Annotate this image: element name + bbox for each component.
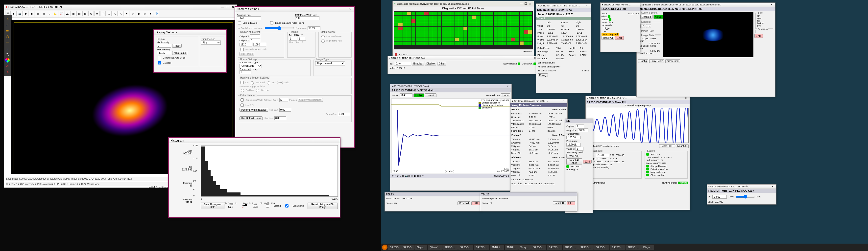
info-icon[interactable]: ⓘ [154, 11, 159, 16]
grid4-icon[interactable]: ▧ [76, 11, 82, 16]
taskbar-item[interactable]: SR23C- [388, 245, 401, 250]
tool-a-icon[interactable]: 📐 [53, 11, 58, 16]
rect-icon[interactable]: ▭ [5, 28, 10, 33]
nco2x-enable-button[interactable]: Enabled [412, 62, 424, 66]
cam-exit-button[interactable]: EXIT [754, 34, 763, 38]
gridlines-checkbox[interactable] [266, 204, 269, 208]
pseudocolor-select[interactable]: Fire [201, 40, 221, 45]
taskbar-item[interactable]: SR23C-… [547, 245, 562, 250]
opt-hfr-radio[interactable] [321, 39, 324, 43]
nco2y-scalar-input[interactable] [400, 94, 412, 97]
taskbar-item[interactable]: SR23C- [401, 245, 414, 250]
cam-config-button[interactable]: Config [638, 59, 648, 63]
taskbar-item[interactable]: Diagn… [414, 245, 427, 250]
close-icon[interactable]: ✕ [585, 4, 589, 7]
taskbar-item[interactable]: TMBF t… [490, 245, 504, 250]
contrast2-icon[interactable]: ◑ [142, 11, 147, 16]
nco2x-disable-button[interactable]: Disable [425, 62, 436, 66]
record-icon[interactable]: ⏺ [23, 11, 28, 16]
hotpix-slider[interactable] [265, 26, 294, 30]
full-frame-button[interactable]: Full Frame [240, 52, 254, 56]
taskbar-item[interactable]: [Wavef… [428, 245, 442, 250]
hwt-std-radio[interactable] [251, 81, 254, 84]
taskbar-item[interactable]: SR23C-… [442, 245, 458, 250]
hotpix-value[interactable] [308, 27, 320, 30]
tri-icon[interactable]: △ [112, 11, 118, 16]
pll-plot[interactable] [587, 108, 689, 143]
opt-low-radio[interactable] [321, 35, 324, 38]
tbl-reset-button-2[interactable]: Reset All [553, 201, 566, 205]
reset-fifo-button[interactable]: Reset FIFO [659, 144, 675, 148]
roi-ox-input[interactable] [250, 34, 260, 38]
levels-icon[interactable]: ⛭ [47, 11, 52, 16]
taskbar-item[interactable]: SR23C-… [563, 245, 578, 250]
showintpl-button[interactable]: Show Intpl [665, 59, 680, 63]
grid2-icon[interactable]: ▤ [41, 11, 46, 16]
tmbf-reset-button[interactable]: Reset All [601, 36, 614, 40]
taxis-input[interactable] [576, 147, 584, 151]
sr-resetall-button[interactable]: Reset All [566, 154, 579, 158]
cam-enabled-button[interactable]: Enabled [640, 15, 652, 19]
maximize-icon[interactable]: ☐ [226, 5, 230, 9]
taskbar-item[interactable]: SR23C-… [625, 245, 641, 250]
pllx-slider[interactable] [735, 195, 755, 199]
pencil-icon[interactable]: ✎ [5, 16, 10, 21]
roi-h-input[interactable] [253, 43, 266, 46]
cwb-checkbox[interactable] [241, 98, 244, 102]
cb-roi-checkbox[interactable] [241, 104, 244, 107]
cwb-every-input[interactable] [279, 98, 288, 102]
text-icon[interactable]: a [5, 46, 10, 51]
grid3-icon[interactable]: ▦ [70, 11, 76, 16]
capture-icon[interactable]: 📷 [17, 11, 23, 16]
min-icon[interactable]: — [519, 2, 523, 5]
gg-input[interactable] [338, 112, 350, 116]
sr-exit-button[interactable]: EXIT [583, 160, 592, 164]
log-checkbox[interactable] [285, 204, 288, 208]
taskbar-item[interactable]: SR23C-… [610, 245, 625, 250]
poly-icon[interactable]: ⬠ [106, 11, 112, 16]
tbl-reset-button[interactable]: Reset All [458, 201, 470, 205]
target-icon[interactable]: ⊕ [88, 11, 94, 16]
hwt-ol-radio[interactable] [256, 89, 259, 92]
grid1-icon[interactable]: ▦ [35, 11, 40, 16]
ioc-status-grid[interactable] [394, 11, 533, 49]
continuous-autoscale-checkbox[interactable] [158, 56, 161, 59]
arrow-icon[interactable]: ➤ [124, 11, 129, 16]
move-icon[interactable]: ✥ [130, 11, 135, 16]
taskbar-item[interactable]: SR23C-… [578, 245, 594, 250]
taskbar-item[interactable]: X-ray… [518, 245, 531, 250]
nco2x-db-input[interactable] [394, 62, 411, 66]
ytune-config-button[interactable]: Config [538, 73, 548, 77]
close-icon[interactable]: ✕ [348, 7, 352, 11]
taskbar-item[interactable]: SR23C-… [594, 245, 610, 250]
cam-r-button[interactable]: R [640, 24, 645, 28]
gain-input[interactable] [596, 153, 609, 157]
hwt-on-checkbox[interactable] [241, 81, 244, 84]
dropdown-icon[interactable]: ▾ [148, 11, 153, 16]
taskbar-item[interactable]: SR23C-… [531, 245, 547, 250]
cam-active-button[interactable]: Active [653, 15, 663, 19]
eep-input[interactable] [295, 16, 319, 20]
magbin-input[interactable] [578, 129, 588, 132]
nco2y-disable-button[interactable]: Disable [425, 94, 436, 97]
capture-input[interactable] [576, 124, 584, 128]
autoscale-button[interactable]: Auto-Scale [172, 51, 187, 55]
reset-hist-button[interactable]: Reset Histogram Bin Range [308, 203, 338, 209]
bin-y-input[interactable] [298, 37, 306, 40]
roi-oy-input[interactable] [250, 39, 260, 42]
close-icon[interactable]: ✕ [561, 100, 566, 102]
nco2x-other-button[interactable]: Other [437, 62, 446, 66]
sr-resetxnco-button[interactable]: Reset All Xnco [566, 158, 582, 165]
taskbar-item[interactable]: SR23C-… [474, 245, 489, 250]
cam-g-button[interactable]: G [646, 24, 651, 28]
taskbar-item[interactable]: Diagn… [641, 245, 654, 250]
use-roi-checkbox[interactable] [158, 61, 161, 65]
roi-w-input[interactable] [240, 43, 252, 46]
taskbar-item[interactable]: SR23C-… [458, 245, 473, 250]
graphtype-icons[interactable]: ▁▃▅ 📈 [242, 203, 249, 208]
close-icon[interactable]: ✕ [769, 3, 774, 6]
taskbar-item[interactable]: TMBF… [505, 245, 518, 250]
color-icon[interactable] [5, 58, 10, 63]
plot-tool-icons[interactable]: ⟲ ⤢ ⊕ ⊖ ▦ 📷 ▤ ▥ ◐ ▦ ▤ ▾ [392, 175, 424, 177]
targetphase-input[interactable] [566, 136, 581, 139]
